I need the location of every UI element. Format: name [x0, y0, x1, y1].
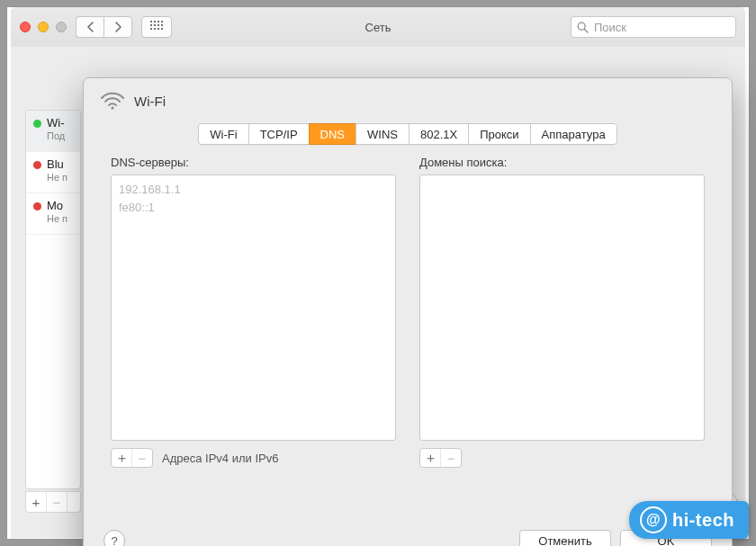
status-dot [33, 202, 41, 210]
search-icon [577, 22, 589, 33]
remove-connection-button[interactable]: − [47, 492, 68, 512]
advanced-sheet: Wi-Fi Wi-FiTCP/IPDNSWINS802.1XПроксиАппа… [83, 77, 733, 546]
minimize-window-button[interactable] [38, 22, 49, 32]
close-window-button[interactable] [20, 22, 31, 32]
dns-servers-label: DNS-серверы: [111, 156, 396, 169]
connection-item[interactable]: Wi-Под [26, 111, 80, 152]
add-connection-button[interactable]: + [26, 492, 47, 512]
show-all-button[interactable] [141, 16, 172, 38]
watermark-text: hi-tech [672, 510, 734, 531]
connection-name: Mo [47, 199, 68, 213]
tab-[interactable]: Аппаратура [530, 123, 617, 145]
tab-[interactable]: Прокси [468, 123, 529, 145]
status-dot [33, 161, 41, 169]
connection-item[interactable]: BluНе п [26, 152, 80, 193]
search-domains-add-remove: ＋ − [419, 448, 462, 468]
cancel-button[interactable]: Отменить [519, 530, 611, 546]
window-body: Wi-ПодBluНе пMoНе п + − ? Wi-Fi Wi-FiTCP… [11, 47, 745, 538]
dns-servers-list[interactable]: 192.168.1.1fe80::1 [111, 175, 396, 441]
search-domains-label: Домены поиска: [419, 156, 705, 169]
dns-servers-hint: Адреса IPv4 или IPv6 [162, 452, 278, 465]
connection-list[interactable]: Wi-ПодBluНе пMoНе п [25, 110, 81, 489]
tab-8021x[interactable]: 802.1X [409, 123, 468, 145]
grid-icon [150, 21, 163, 33]
chevron-left-icon [86, 22, 94, 32]
window-controls [20, 22, 67, 32]
connection-list-footer: + − [25, 491, 81, 513]
tab-bar: Wi-FiTCP/IPDNSWINS802.1XПроксиАппаратура [198, 123, 616, 145]
chevron-right-icon [114, 22, 122, 32]
search-domains-list[interactable] [419, 175, 705, 441]
tab-dns[interactable]: DNS [309, 123, 356, 145]
connection-status: Под [47, 130, 65, 142]
back-button[interactable] [76, 16, 104, 38]
connection-name: Wi- [47, 116, 65, 130]
add-dns-server-button[interactable]: ＋ [112, 449, 131, 467]
remove-search-domain-button[interactable]: − [440, 449, 461, 467]
svg-point-2 [111, 106, 113, 109]
connection-name: Blu [47, 157, 68, 172]
at-icon: @ [640, 506, 667, 533]
sheet-title: Wi-Fi [134, 94, 166, 109]
connection-item[interactable]: MoНе п [26, 193, 80, 235]
titlebar: Сеть [11, 7, 745, 48]
dns-server-row[interactable]: 192.168.1.1 [119, 181, 388, 199]
search-field[interactable] [571, 16, 736, 38]
connection-status: Не п [47, 213, 68, 225]
watermark: @ hi-tech [629, 501, 749, 539]
preferences-window: Сеть Wi-ПодBluНе пMoНе п + − ? Wi-Fi [11, 7, 745, 538]
status-dot [33, 120, 41, 128]
svg-line-1 [584, 29, 588, 32]
remove-dns-server-button[interactable]: − [131, 449, 152, 467]
sheet-help-button[interactable]: ? [104, 530, 125, 546]
tab-wifi[interactable]: Wi-Fi [198, 123, 248, 145]
dns-server-row[interactable]: fe80::1 [119, 199, 388, 217]
search-input[interactable] [592, 20, 730, 35]
add-search-domain-button[interactable]: ＋ [420, 449, 440, 467]
zoom-window-button[interactable] [56, 22, 67, 32]
connection-status: Не п [47, 172, 68, 183]
tab-wins[interactable]: WINS [356, 123, 409, 145]
wifi-icon [100, 91, 125, 111]
dns-servers-add-remove: ＋ − [111, 448, 153, 468]
tab-tcpip[interactable]: TCP/IP [248, 123, 309, 145]
nav-back-forward [76, 16, 132, 38]
forward-button[interactable] [104, 16, 132, 38]
